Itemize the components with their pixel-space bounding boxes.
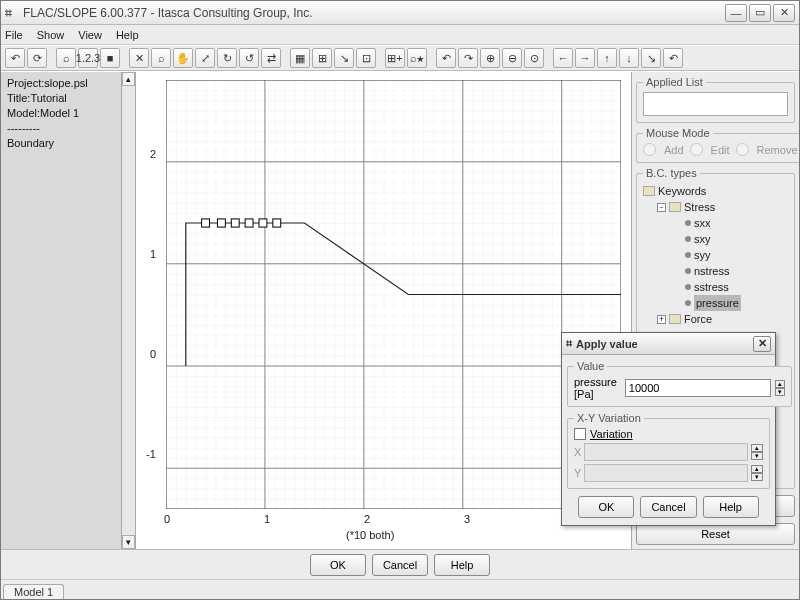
tool-right-icon[interactable]: → [575, 48, 595, 68]
model-tabs: Model 1 [1, 579, 799, 599]
toolbar: ↶ ⟳ ⌕ 1.2.3 ■ ✕ ⌕ ✋ ⤢ ↻ ↺ ⇄ ▦ ⊞ ↘ ⊡ ⊞+ ⌕… [1, 45, 799, 71]
tree-nstress[interactable]: nstress [694, 263, 729, 279]
reset-button[interactable]: Reset [636, 523, 795, 545]
pressure-input[interactable] [625, 379, 771, 397]
dialog-title: Apply value [576, 338, 638, 350]
tree-sxx[interactable]: sxx [694, 215, 711, 231]
svg-rect-16 [245, 219, 253, 227]
node-icon [685, 268, 691, 274]
menubar: File Show View Help [1, 25, 799, 45]
y-variation-input [584, 464, 748, 482]
tool-arrow-icon[interactable]: ↘ [334, 48, 354, 68]
value-legend: Value [574, 360, 607, 372]
dialog-ok-button[interactable]: OK [578, 496, 634, 518]
maximize-button[interactable]: ▭ [749, 4, 771, 22]
dialog-cancel-button[interactable]: Cancel [640, 496, 696, 518]
tool-down-icon[interactable]: ↓ [619, 48, 639, 68]
tool-grid1-icon[interactable]: ▦ [290, 48, 310, 68]
plot-area[interactable]: 2 1 0 -1 0 1 2 3 4 (*10 both) ⌗ Apply va… [136, 72, 631, 549]
applied-list-legend: Applied List [643, 76, 706, 88]
scroll-up-icon[interactable]: ▴ [122, 72, 135, 86]
y-label: Y [574, 467, 581, 479]
tool-clear-icon[interactable]: ✕ [129, 48, 149, 68]
info-boundary: Boundary [7, 136, 129, 151]
tool-pan-icon[interactable]: ✋ [173, 48, 193, 68]
tool-zoomfit-icon[interactable]: ⊙ [524, 48, 544, 68]
tool-zoomout-icon[interactable]: ⊖ [502, 48, 522, 68]
tree-force[interactable]: Force [684, 311, 712, 327]
plot-grid [166, 80, 621, 509]
app-window: ⌗ FLAC/SLOPE 6.00.377 - Itasca Consultin… [0, 0, 800, 600]
info-title: Title:Tutorial [7, 91, 129, 106]
xtick-3: 3 [464, 513, 470, 525]
tool-fill-icon[interactable]: ■ [100, 48, 120, 68]
scroll-down-icon[interactable]: ▾ [122, 535, 135, 549]
tool-box-icon[interactable]: ⊡ [356, 48, 376, 68]
menu-file[interactable]: File [5, 29, 23, 41]
tree-pressure[interactable]: pressure [694, 295, 741, 311]
tool-redo-icon[interactable]: ⟳ [27, 48, 47, 68]
tab-model-1[interactable]: Model 1 [3, 584, 64, 599]
tool-grid2-icon[interactable]: ⊞ [312, 48, 332, 68]
bc-tree[interactable]: Keywords -Stress sxx sxy syy nstress sst… [643, 183, 788, 327]
ytick-n1: -1 [146, 448, 156, 460]
folder-icon [669, 314, 681, 324]
info-sep: --------- [7, 121, 129, 136]
tool-diag-icon[interactable]: ↘ [641, 48, 661, 68]
close-button[interactable]: ✕ [773, 4, 795, 22]
tool-undo-icon[interactable]: ↶ [5, 48, 25, 68]
ytick-1: 1 [150, 248, 156, 260]
tool-up-icon[interactable]: ↑ [597, 48, 617, 68]
tool-reset-icon[interactable]: ↶ [663, 48, 683, 68]
minimize-button[interactable]: — [725, 4, 747, 22]
tree-sxy[interactable]: sxy [694, 231, 711, 247]
tool-swap-icon[interactable]: ⇄ [261, 48, 281, 68]
menu-show[interactable]: Show [37, 29, 65, 41]
dialog-help-button[interactable]: Help [703, 496, 759, 518]
dialog-titlebar[interactable]: ⌗ Apply value ✕ [562, 333, 775, 355]
tool-select-icon[interactable]: ⊞+ [385, 48, 405, 68]
menu-view[interactable]: View [78, 29, 102, 41]
svg-rect-13 [202, 219, 210, 227]
value-spinner[interactable]: ▴▾ [775, 380, 785, 396]
folder-icon [643, 186, 655, 196]
value-fieldset: Value pressure [Pa] ▴▾ [567, 360, 792, 407]
tool-zoom2-icon[interactable]: ⌕ [151, 48, 171, 68]
node-icon [685, 252, 691, 258]
cancel-button[interactable]: Cancel [372, 554, 428, 576]
svg-rect-15 [231, 219, 239, 227]
tool-zoomsel-icon[interactable]: ⌕★ [407, 48, 427, 68]
xtick-0: 0 [164, 513, 170, 525]
tool-back-icon[interactable]: ↶ [436, 48, 456, 68]
apply-value-dialog: ⌗ Apply value ✕ Value pressure [Pa] ▴▾ [561, 332, 776, 526]
tool-rotcw-icon[interactable]: ↻ [217, 48, 237, 68]
collapse-icon[interactable]: - [657, 203, 666, 212]
info-scrollbar[interactable]: ▴ ▾ [121, 72, 135, 549]
ok-button[interactable]: OK [310, 554, 366, 576]
tool-zoomin-icon[interactable]: ⊕ [480, 48, 500, 68]
tree-keywords[interactable]: Keywords [658, 183, 706, 199]
svg-rect-14 [217, 219, 225, 227]
mouse-edit-radio [690, 143, 703, 156]
titlebar: ⌗ FLAC/SLOPE 6.00.377 - Itasca Consultin… [1, 1, 799, 25]
tool-numbers-icon[interactable]: 1.2.3 [78, 48, 98, 68]
tree-syy[interactable]: syy [694, 247, 711, 263]
tool-move-icon[interactable]: ⤢ [195, 48, 215, 68]
tree-sstress[interactable]: sstress [694, 279, 729, 295]
tool-rotccw-icon[interactable]: ↺ [239, 48, 259, 68]
help-button[interactable]: Help [434, 554, 490, 576]
xy-legend: X-Y Variation [574, 412, 644, 424]
menu-help[interactable]: Help [116, 29, 139, 41]
ytick-0: 0 [150, 348, 156, 360]
applied-list-box[interactable] [643, 92, 788, 116]
applied-list-fieldset: Applied List [636, 76, 795, 123]
tool-fwd-icon[interactable]: ↷ [458, 48, 478, 68]
value-label: pressure [Pa] [574, 376, 621, 400]
expand-icon[interactable]: + [657, 315, 666, 324]
mouse-mode-fieldset: Mouse Mode Add Edit Remove [636, 127, 799, 163]
tool-left-icon[interactable]: ← [553, 48, 573, 68]
tree-stress[interactable]: Stress [684, 199, 715, 215]
dialog-close-button[interactable]: ✕ [753, 336, 771, 352]
variation-checkbox[interactable] [574, 428, 586, 440]
tool-zoom-icon[interactable]: ⌕ [56, 48, 76, 68]
